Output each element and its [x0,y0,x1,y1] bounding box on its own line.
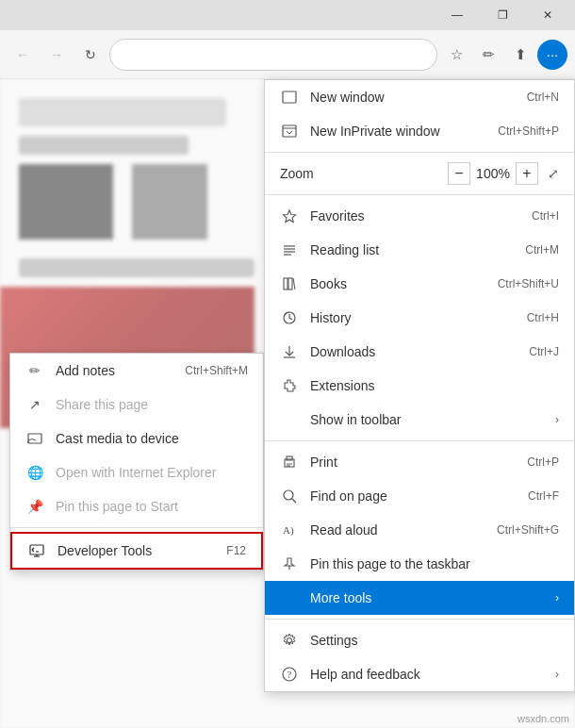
favorites-shortcut: Ctrl+I [532,209,559,223]
zoom-controls: − 100% + ⤢ [448,162,559,185]
forward-button[interactable]: → [41,40,72,70]
refresh-button[interactable]: ↻ [75,40,106,70]
toolbar-actions: ☆ ✏ ⬆ ··· [441,40,567,70]
menu-item-extensions[interactable]: Extensions [265,369,574,403]
menu-item-reading-list[interactable]: Reading list Ctrl+M [265,233,574,267]
browser-toolbar: ← → ↻ ☆ ✏ ⬆ ··· [0,30,575,79]
extensions-label: Extensions [310,378,559,393]
reading-list-shortcut: Ctrl+M [525,243,559,256]
menu-item-add-notes[interactable]: ✏ Add notes Ctrl+Shift+M [10,354,263,388]
history-icon [280,308,299,327]
menu-item-cast-media[interactable]: Cast media to device [10,422,263,455]
inprivate-label: New InPrivate window [310,124,490,139]
more-tools-arrow: › [555,591,559,604]
separator-4 [265,619,574,620]
find-on-page-label: Find on page [310,488,520,504]
help-label: Help and feedback [310,667,551,682]
svg-point-30 [288,638,292,643]
separator-3 [265,440,574,441]
back-button[interactable]: ← [8,40,38,70]
share-page-label: Share this page [56,397,248,412]
menu-item-pin-start[interactable]: 📌 Pin this page to Start [10,489,263,523]
share-button[interactable]: ⬆ [505,40,535,70]
print-shortcut: Ctrl+P [527,455,559,469]
pin-taskbar-icon [280,554,299,573]
more-button[interactable]: ··· [537,40,567,70]
back-icon: ← [16,47,29,62]
menu-item-more-tools[interactable]: More tools › [265,581,574,615]
help-arrow: › [555,668,559,681]
zoom-expand-icon[interactable]: ⤢ [548,166,559,181]
menu-item-history[interactable]: History Ctrl+H [265,301,574,335]
svg-rect-16 [284,278,288,290]
forward-icon: → [50,47,63,62]
zoom-in-button[interactable]: + [516,162,538,185]
svg-line-4 [32,550,34,552]
separator-1 [265,152,574,153]
find-icon [280,487,299,505]
books-icon [280,274,299,293]
menu-item-read-aloud[interactable]: A) Read aloud Ctrl+Shift+G [265,513,574,547]
close-button[interactable]: ✕ [526,0,569,30]
find-shortcut: Ctrl+F [528,489,559,503]
menu-item-open-ie[interactable]: 🌐 Open with Internet Explorer [10,455,263,489]
history-label: History [310,310,519,325]
menu-item-new-inprivate[interactable]: New InPrivate window Ctrl+Shift+P [265,114,574,148]
address-bar[interactable] [109,39,437,71]
extensions-icon [280,376,299,395]
new-window-shortcut: Ctrl+N [527,91,559,104]
read-aloud-icon: A) [280,521,299,539]
print-icon [280,453,299,472]
downloads-shortcut: Ctrl+J [529,345,559,358]
inprivate-icon [280,122,299,141]
svg-line-18 [293,278,295,290]
favorites-label: Favorites [310,208,524,223]
pin-start-icon: 📌 [25,497,44,516]
dropdown-menu: New window Ctrl+N New InPrivate window C… [264,79,575,692]
add-notes-icon: ✏ [25,361,44,380]
svg-rect-0 [28,434,41,443]
pin-taskbar-label: Pin this page to the taskbar [310,556,559,571]
dev-tools-label: Developer Tools [58,543,219,558]
maximize-button[interactable]: ❐ [481,0,524,30]
menu-item-pin-taskbar[interactable]: Pin this page to the taskbar [265,547,574,581]
svg-point-1 [27,441,29,443]
dev-tools-shortcut: F12 [226,544,246,557]
separator-2 [265,194,574,195]
more-icon: ··· [547,46,559,62]
menu-item-settings[interactable]: Settings [265,623,574,657]
menu-item-books[interactable]: Books Ctrl+Shift+U [265,267,574,301]
browser-frame: — ❐ ✕ ← → ↻ ☆ ✏ ⬆ ··· [0,0,575,728]
svg-rect-17 [288,278,292,290]
read-aloud-label: Read aloud [310,522,489,538]
note-button[interactable]: ✏ [473,40,503,70]
menu-item-share-page[interactable]: ↗ Share this page [10,388,263,422]
menu-item-developer-tools[interactable]: Developer Tools F12 [10,532,263,570]
menu-item-show-toolbar[interactable]: Show in toolbar › [265,403,574,437]
help-icon: ? [280,665,299,684]
show-toolbar-icon [280,410,299,429]
cast-media-label: Cast media to device [56,431,248,446]
cast-icon [25,429,44,448]
zoom-out-button[interactable]: − [448,162,470,185]
show-toolbar-arrow: › [555,413,559,426]
menu-item-help[interactable]: ? Help and feedback › [265,657,574,691]
menu-item-print[interactable]: Print Ctrl+P [265,445,574,479]
new-window-icon [280,88,299,107]
menu-item-new-window[interactable]: New window Ctrl+N [265,80,574,114]
show-toolbar-label: Show in toolbar [310,412,551,427]
menu-item-find-on-page[interactable]: Find on page Ctrl+F [265,479,574,513]
favorites-icon [280,207,299,225]
menu-item-favorites[interactable]: Favorites Ctrl+I [265,199,574,233]
add-notes-shortcut: Ctrl+Shift+M [185,364,248,377]
add-notes-label: Add notes [56,363,177,378]
svg-line-27 [292,499,296,503]
favorites-button[interactable]: ☆ [441,40,471,70]
context-menu-small: ✏ Add notes Ctrl+Shift+M ↗ Share this pa… [9,353,264,571]
minimize-button[interactable]: — [435,0,479,30]
settings-icon [280,631,299,650]
svg-rect-8 [283,91,296,103]
zoom-label: Zoom [280,166,448,181]
inprivate-shortcut: Ctrl+Shift+P [498,124,559,138]
menu-item-downloads[interactable]: Downloads Ctrl+J [265,335,574,369]
